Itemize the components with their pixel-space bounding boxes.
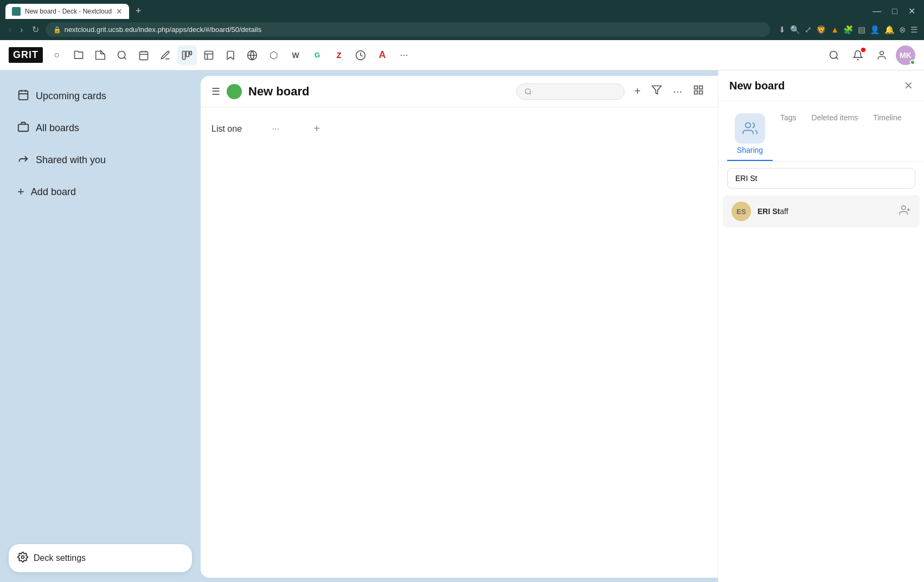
forms-icon[interactable] — [199, 46, 219, 65]
svg-line-1 — [124, 57, 126, 59]
files-icon[interactable] — [69, 46, 88, 65]
download-icon[interactable]: ⬇ — [779, 25, 786, 35]
board-view-button[interactable] — [690, 82, 707, 100]
sidebar-item-upcoming-cards[interactable]: Upcoming cards — [9, 81, 192, 111]
deleted-tab-label: Deleted items — [812, 113, 858, 122]
calendar-icon[interactable] — [134, 46, 153, 65]
tab-favicon — [12, 7, 21, 16]
svg-rect-18 — [19, 91, 28, 100]
tab-tags[interactable]: Tags — [773, 108, 804, 128]
brave-rewards-icon[interactable]: ▲ — [831, 25, 839, 34]
window-minimize-button[interactable]: — — [869, 4, 884, 18]
sidebar-item-all-boards[interactable]: All boards — [9, 113, 192, 143]
list-more-button[interactable]: ··· — [272, 124, 279, 134]
zoom-icon[interactable]: 🔍 — [790, 25, 800, 35]
svg-rect-7 — [186, 51, 189, 56]
app-toolbar: GRIT ○ ⬡ W G Z — [0, 40, 924, 70]
guam-icon[interactable]: G — [307, 46, 327, 65]
url-input[interactable]: 🔒 nextcloud.grit.ucsb.edu/index.php/apps… — [46, 22, 770, 37]
board-search-input[interactable] — [536, 87, 612, 96]
extensions-icon[interactable]: 🧩 — [843, 25, 854, 35]
home-icon[interactable]: ○ — [47, 46, 67, 65]
board-search-box[interactable] — [516, 83, 625, 100]
vpn-icon[interactable]: ⊗ — [899, 25, 906, 35]
tab-bar: New board - Deck - Nextcloud ✕ + — □ ✕ — [0, 0, 924, 19]
app-nav-icons: ○ ⬡ W G Z — [47, 46, 820, 65]
board-search-icon — [524, 88, 532, 95]
sharing-result-avatar: ES — [732, 202, 751, 221]
tab-sharing[interactable]: Sharing — [727, 108, 773, 161]
back-button[interactable]: ‹ — [7, 23, 14, 37]
profile-icon[interactable]: 👤 — [870, 25, 880, 35]
svg-rect-6 — [183, 51, 185, 59]
notification-icon[interactable]: 🔔 — [884, 25, 895, 35]
sidebar-toggle-button[interactable]: ☰ — [211, 86, 220, 98]
notes-icon[interactable] — [156, 46, 175, 65]
add-board-icon: + — [17, 185, 24, 199]
board-header: ☰ New board + ··· — [201, 76, 718, 107]
app-logo: GRIT — [9, 47, 43, 63]
list-add-card-button[interactable]: + — [313, 122, 320, 135]
details-close-button[interactable]: ✕ — [904, 79, 913, 92]
sidebar-item-add-board[interactable]: + Add board — [9, 177, 192, 206]
svg-rect-22 — [18, 124, 28, 131]
svg-point-0 — [118, 51, 125, 58]
shared-with-you-label: Shared with you — [36, 154, 106, 166]
clock-icon[interactable] — [351, 46, 370, 65]
deck-settings-button[interactable]: Deck settings — [9, 544, 192, 572]
forward-button[interactable]: › — [18, 23, 25, 37]
browser-chrome: New board - Deck - Nextcloud ✕ + — □ ✕ ‹… — [0, 0, 924, 40]
new-tab-button[interactable]: + — [131, 3, 146, 19]
lock-icon: 🔒 — [53, 26, 61, 34]
more-apps-icon[interactable]: ··· — [394, 46, 414, 65]
calendar-sidebar-icon — [17, 89, 29, 104]
window-maximize-button[interactable]: □ — [889, 4, 901, 18]
filter-button[interactable] — [648, 82, 665, 100]
search-app-icon[interactable] — [112, 46, 132, 65]
reload-button[interactable]: ↻ — [30, 22, 41, 37]
tab-timeline[interactable]: Timeline — [865, 108, 909, 128]
details-panel: New board ✕ Sharing Tags Deleted items T… — [718, 70, 924, 582]
brave-icon[interactable]: 🦁 — [816, 25, 826, 35]
zotero-icon[interactable]: Z — [329, 46, 349, 65]
svg-line-16 — [836, 57, 838, 59]
sharing-add-button[interactable] — [899, 204, 911, 219]
share-sidebar-icon — [17, 153, 29, 167]
tab-close-button[interactable]: ✕ — [116, 7, 123, 16]
contacts-button[interactable] — [872, 46, 891, 65]
main-layout: Upcoming cards All boards Shared with yo… — [0, 70, 924, 582]
user-avatar[interactable]: MK — [896, 46, 915, 65]
board-title: New board — [248, 85, 510, 99]
svg-rect-8 — [190, 51, 191, 55]
global-search-button[interactable] — [824, 46, 844, 65]
globe-icon[interactable] — [242, 46, 262, 65]
add-list-button[interactable]: + — [631, 83, 644, 100]
word-icon[interactable]: W — [286, 46, 305, 65]
add-board-label: Add board — [31, 186, 76, 198]
bookmarks-icon[interactable] — [221, 46, 240, 65]
sidebar-item-shared-with-you[interactable]: Shared with you — [9, 145, 192, 175]
sharing-search-input[interactable] — [727, 168, 915, 189]
window-controls: — □ ✕ — [869, 4, 919, 18]
activity-icon[interactable] — [91, 46, 110, 65]
address-bar: ‹ › ↻ 🔒 nextcloud.grit.ucsb.edu/index.ph… — [0, 19, 924, 40]
menu-icon[interactable]: ☰ — [910, 25, 917, 35]
share-icon[interactable]: ⤢ — [805, 25, 812, 35]
topology-icon[interactable]: ⬡ — [264, 46, 284, 65]
sharing-result-name: ERI Staff — [758, 207, 893, 216]
window-close-button[interactable]: ✕ — [905, 4, 919, 18]
notification-badge — [861, 48, 865, 52]
active-tab[interactable]: New board - Deck - Nextcloud ✕ — [5, 4, 129, 19]
app-a-icon[interactable]: A — [373, 46, 392, 65]
url-text: nextcloud.grit.ucsb.edu/index.php/apps/d… — [65, 25, 262, 34]
svg-point-15 — [830, 51, 837, 58]
tags-tab-label: Tags — [780, 113, 797, 122]
sidebar-toggle-icon[interactable]: ▤ — [858, 25, 865, 35]
sharing-result-item[interactable]: ES ERI Staff — [723, 195, 920, 228]
tab-deleted-items[interactable]: Deleted items — [804, 108, 866, 128]
sidebar: Upcoming cards All boards Shared with yo… — [0, 70, 201, 582]
timeline-tab-label: Timeline — [873, 113, 901, 122]
deck-icon[interactable] — [177, 46, 197, 65]
notifications-button[interactable] — [848, 46, 868, 65]
board-more-button[interactable]: ··· — [670, 83, 685, 100]
